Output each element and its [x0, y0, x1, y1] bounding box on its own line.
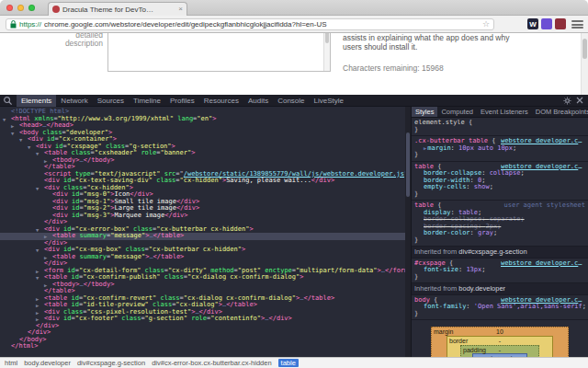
styles-rule-list: element.style {}webstore_developer.css:2…	[412, 118, 588, 320]
css-property[interactable]: ▶margin: 10px auto 10px;	[414, 145, 585, 153]
elements-tree-scrollbar[interactable]	[405, 107, 411, 357]
breadcrumb-item[interactable]: html	[5, 359, 17, 367]
inherited-element-link[interactable]: body.developer	[458, 284, 505, 293]
styles-sidebar: StylesComputedEvent ListenersDOM Breakpo…	[411, 107, 588, 357]
box-model-padding: padding - - auto × auto	[460, 345, 539, 357]
style-rule: webstore_developer.css:2….cx-butterbar t…	[412, 136, 588, 162]
https-lock-icon	[10, 20, 17, 29]
breadcrumb-item[interactable]: table	[278, 359, 299, 367]
detailed-description-label: detailed description	[0, 33, 103, 48]
address-bar[interactable]: https:// chrome.google.com/webstore/deve…	[6, 18, 494, 30]
window-controls	[6, 5, 35, 11]
devtools-main: <!DOCTYPE html>▼<html xmlns="http://www.…	[0, 107, 588, 357]
browser-toolbar: https:// chrome.google.com/webstore/deve…	[0, 16, 588, 33]
inherited-element-link[interactable]: div#cxspage.g-section	[458, 247, 526, 256]
chrome-menu-icon[interactable]	[571, 20, 583, 29]
tab-favicon-icon	[52, 6, 60, 13]
devtools-tab-resources[interactable]: Resources	[199, 95, 243, 107]
devtools-tab-sources[interactable]: Sources	[93, 95, 129, 107]
styles-inherited-header: Inherited from div#cxspage.g-section	[412, 247, 588, 259]
style-rule: webstore_developer.css…body {font-family…	[412, 295, 588, 321]
elements-tree-lines: <!DOCTYPE html>▼<html xmlns="http://www.…	[0, 109, 411, 351]
style-rule: user agent stylesheettable {display: tab…	[412, 201, 588, 247]
browser-window: Dracula Theme for DevTo… × https:// chro…	[0, 0, 588, 368]
bookmark-star-icon[interactable]: ☆	[482, 20, 490, 29]
url-text: chrome.google.com/webstore/developer/edi…	[44, 20, 480, 29]
close-devtools-icon[interactable]	[576, 97, 583, 104]
css-property[interactable]: font-family: 'Open Sans',arial,sans-seri…	[414, 304, 585, 311]
textarea-scrollbar[interactable]	[323, 33, 330, 71]
styles-pane: element.style {}webstore_developer.css:2…	[412, 118, 588, 357]
devtools-tab-network[interactable]: Network	[56, 95, 92, 107]
style-rule: element.style {}	[412, 118, 588, 136]
description-textarea[interactable]	[107, 33, 331, 72]
devtools-tab-livestyle[interactable]: LiveStyle	[310, 95, 348, 107]
sidebar-tab-computed[interactable]: Computed	[437, 107, 477, 117]
url-scheme: https://	[19, 20, 41, 29]
css-property[interactable]: empty-cells: show;	[414, 184, 585, 191]
devtools-toolbar-right	[563, 97, 588, 105]
devtools-tab-timeline[interactable]: Timeline	[129, 95, 165, 107]
devtools-tab-audits[interactable]: Audits	[243, 95, 273, 107]
tree-line[interactable]: </html>	[0, 343, 411, 351]
sidebar-tab-styles[interactable]: Styles	[412, 107, 437, 117]
stylesheet-origin: user agent stylesheet	[503, 202, 585, 210]
styles-inherited-header: Inherited from body.developer	[412, 283, 588, 295]
minimize-window-button[interactable]	[17, 5, 24, 11]
devtools-tab-profiles[interactable]: Profiles	[165, 95, 199, 107]
css-property[interactable]: border-color: gray;	[414, 230, 585, 237]
style-rule: webstore_developer.css:2…table {border-c…	[412, 162, 588, 201]
wappalyzer-extension-icon[interactable]: W	[527, 18, 538, 29]
devtools-tab-elements[interactable]: Elements	[17, 95, 56, 107]
red-extension-icon[interactable]	[555, 18, 566, 29]
page-scrollbar[interactable]	[581, 33, 588, 95]
tree-line[interactable]: </div>	[0, 329, 411, 337]
devtools-toolbar: ElementsNetworkSourcesTimelineProfilesRe…	[0, 95, 588, 107]
description-helper-text: assists in explaining what the app does …	[343, 34, 509, 52]
tab-title: Dracula Theme for DevTo…	[62, 6, 175, 14]
browser-tab[interactable]: Dracula Theme for DevTo… ×	[48, 2, 187, 16]
maximize-window-button[interactable]	[28, 5, 35, 11]
box-model[interactable]: margin 10 10 - - border - - padding	[431, 327, 569, 357]
devtools-tab-console[interactable]: Console	[273, 95, 309, 107]
page-content: detailed description assists in explaini…	[0, 33, 588, 95]
elements-tree: <!DOCTYPE html>▼<html xmlns="http://www.…	[0, 107, 411, 357]
tree-line[interactable]: ▶<div id="cx-footer" class="g-section" r…	[0, 316, 411, 323]
rule-selector[interactable]: element.style	[414, 120, 465, 126]
extension-icons: W	[527, 18, 566, 29]
tree-line[interactable]: </body>	[0, 337, 411, 344]
inspect-element-icon[interactable]	[3, 96, 13, 106]
breadcrumb-item[interactable]: body.developer	[24, 359, 71, 367]
purple-extension-icon[interactable]	[541, 18, 552, 29]
style-rule: webstore_developer.css…#cxspage {font-si…	[412, 259, 588, 284]
devtools-panel: ElementsNetworkSourcesTimelineProfilesRe…	[0, 95, 588, 368]
characters-remaining: Characters remaining: 15968	[343, 63, 444, 73]
sidebar-tab-dom-breakpoints[interactable]: DOM Breakpoints	[532, 107, 588, 117]
tab-close-icon[interactable]: ×	[178, 6, 183, 13]
box-model-margin: margin 10 10 - - border - - padding	[431, 327, 569, 357]
devtools-tab-strip: ElementsNetworkSourcesTimelineProfilesRe…	[17, 95, 348, 107]
tree-line[interactable]: </div>	[0, 323, 411, 330]
sidebar-tab-strip: StylesComputedEvent ListenersDOM Breakpo…	[412, 107, 588, 118]
sidebar-tab-event-listeners[interactable]: Event Listeners	[477, 107, 532, 117]
breadcrumb-item[interactable]: div#cx-error-box.cx-butterbar.cx-hidden	[152, 359, 271, 367]
css-property[interactable]: font-size: 13px;	[414, 267, 585, 274]
settings-gear-icon[interactable]	[563, 97, 571, 105]
stylesheet-link[interactable]: webstore_developer.css…	[501, 260, 585, 268]
title-bar: Dracula Theme for DevTo… ×	[0, 0, 588, 16]
box-model-border: border - - padding - - auto × auto	[447, 336, 553, 357]
breadcrumb-item[interactable]: div#cxspage.g-section	[77, 359, 145, 367]
breadcrumb-bar: htmlbody.developerdiv#cxspage.g-sectiond…	[0, 357, 588, 368]
close-window-button[interactable]	[6, 5, 13, 11]
